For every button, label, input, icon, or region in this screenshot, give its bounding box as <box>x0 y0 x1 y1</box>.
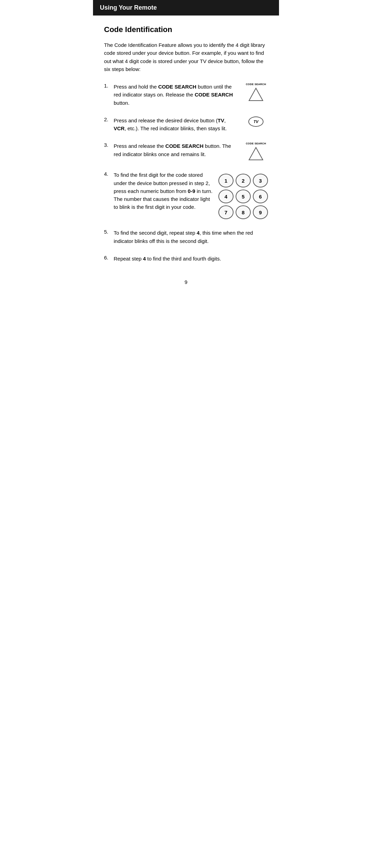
num-btn-6: 6 <box>253 190 268 203</box>
triangle-svg-3 <box>248 146 264 161</box>
step-6: 6. Repeat step 4 to find the third and f… <box>104 255 268 263</box>
page-content: Code Identification The Code Identificat… <box>93 25 279 285</box>
step-3-number: 3. <box>104 142 114 148</box>
step-4-number: 4. <box>104 171 114 177</box>
step-1-icon: CODE SEARCH <box>244 83 268 102</box>
tv-button-icon: TV <box>248 116 264 127</box>
tv-oval: TV <box>248 116 264 127</box>
svg-marker-0 <box>249 88 263 101</box>
header-title: Using Your Remote <box>100 4 157 11</box>
step-3-body: Press and release the CODE SEARCH button… <box>114 142 238 158</box>
step-1-body: Press and hold the CODE SEARCH button un… <box>114 83 238 107</box>
num-btn-1: 1 <box>218 174 234 187</box>
step-3: 3. Press and release the CODE SEARCH but… <box>104 142 268 161</box>
section-title: Code Identification <box>104 25 268 34</box>
num-btn-2: 2 <box>236 174 251 187</box>
step-4-content: To find the first digit for the code sto… <box>114 171 268 219</box>
num-btn-9: 9 <box>253 205 268 219</box>
num-btn-8: 8 <box>236 205 251 219</box>
step-4: 4. To find the first digit for the code … <box>104 171 268 219</box>
triangle-svg-1 <box>248 87 264 102</box>
num-btn-3: 3 <box>253 174 268 187</box>
code-search-icon-1: CODE SEARCH <box>246 83 266 102</box>
step-3-icon: CODE SEARCH <box>244 142 268 161</box>
step-2-body: Press and release the desired device but… <box>114 116 238 133</box>
step-1: 1. Press and hold the CODE SEARCH button… <box>104 83 268 107</box>
step-6-number: 6. <box>104 255 114 261</box>
step-2: 2. Press and release the desired device … <box>104 116 268 133</box>
step-2-number: 2. <box>104 116 114 122</box>
steps-list: 1. Press and hold the CODE SEARCH button… <box>104 83 268 263</box>
step-5-number: 5. <box>104 229 114 235</box>
step-4-numpad: 1 2 3 4 5 6 7 8 9 <box>218 171 268 219</box>
code-search-icon-3: CODE SEARCH <box>246 142 266 161</box>
num-btn-7: 7 <box>218 205 234 219</box>
step-6-body: Repeat step 4 to find the third and four… <box>114 255 268 263</box>
step-5: 5. To find the second digit, repeat step… <box>104 229 268 245</box>
step-4-body: To find the first digit for the code sto… <box>114 171 213 219</box>
page-number: 9 <box>104 279 268 285</box>
num-btn-4: 4 <box>218 190 234 203</box>
step-1-number: 1. <box>104 83 114 89</box>
header-bar: Using Your Remote <box>93 0 279 16</box>
svg-marker-1 <box>249 147 263 160</box>
numpad-grid: 1 2 3 4 5 6 7 8 9 <box>218 174 268 219</box>
step-5-body: To find the second digit, repeat step 4,… <box>114 229 268 245</box>
intro-text: The Code Identification Feature allows y… <box>104 41 268 73</box>
step-2-icon: TV <box>244 116 268 127</box>
num-btn-5: 5 <box>236 190 251 203</box>
